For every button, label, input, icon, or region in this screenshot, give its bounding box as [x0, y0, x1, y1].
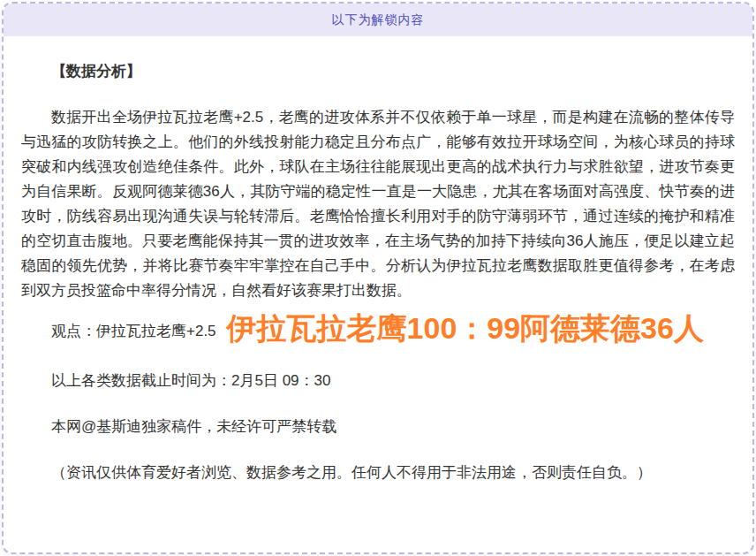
- score-prediction: 伊拉瓦拉老鹰100：99阿德莱德36人: [227, 311, 704, 345]
- section-title: 【数据分析】: [21, 59, 735, 84]
- analysis-paragraph: 数据开出全场伊拉瓦拉老鹰+2.5，老鹰的进攻体系并不仅依赖于单一球星，而是构建在…: [21, 105, 735, 303]
- unlocked-content-panel: 以下为解锁内容 【数据分析】 数据开出全场伊拉瓦拉老鹰+2.5，老鹰的进攻体系并…: [2, 2, 754, 554]
- article-content: 【数据分析】 数据开出全场伊拉瓦拉老鹰+2.5，老鹰的进攻体系并不仅依赖于单一球…: [4, 36, 752, 521]
- viewpoint-line: 观点：伊拉瓦拉老鹰+2.5伊拉瓦拉老鹰100：99阿德莱德36人: [21, 308, 735, 347]
- viewpoint-label: 观点：伊拉瓦拉老鹰+2.5: [51, 323, 216, 339]
- page: 以下为解锁内容 【数据分析】 数据开出全场伊拉瓦拉老鹰+2.5，老鹰的进攻体系并…: [0, 0, 756, 556]
- data-deadline: 以上各类数据截止时间为：2月5日 09：30: [21, 369, 735, 393]
- unlock-header-bar: 以下为解锁内容: [4, 4, 752, 36]
- copyright-notice: 本网@基斯迪独家稿件，未经许可严禁转载: [21, 415, 735, 439]
- disclaimer: （资讯仅供体育爱好者浏览、数据参考之用。任何人不得用于非法用途，否则责任自负。）: [21, 461, 735, 485]
